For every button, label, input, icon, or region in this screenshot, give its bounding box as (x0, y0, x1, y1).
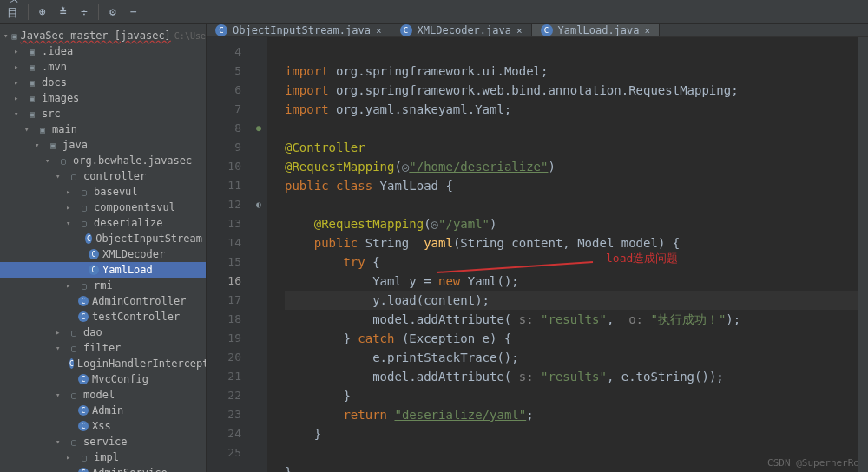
chevron-icon: ▾ (56, 390, 64, 399)
line-number: 8 (207, 119, 241, 138)
tree-item[interactable]: ▾▣main (0, 121, 206, 137)
tree-label: impl (94, 451, 119, 463)
tree-item[interactable]: CAdminController (0, 293, 206, 309)
tree-item[interactable]: CMvcConfig (0, 371, 206, 387)
tree-label: Xss (92, 420, 111, 432)
gutter-icons: ● ◐ (250, 37, 267, 472)
tree-label: dao (83, 326, 102, 338)
class-icon: C (78, 405, 89, 416)
separator (98, 4, 99, 20)
line-number: 16 (207, 272, 241, 291)
tree-item[interactable]: ▸▢impl (0, 449, 206, 465)
chevron-icon: ▸ (14, 78, 23, 87)
class-icon: C (78, 468, 89, 472)
tree-label: deserialize (94, 217, 162, 229)
tree-item[interactable]: ▾▣src (0, 106, 206, 121)
tree-label: basevul (94, 186, 138, 198)
package-icon: ▢ (57, 154, 69, 167)
project-dropdown[interactable]: 项目 ▾ (7, 5, 21, 19)
tree-item[interactable]: ▸▣docs (0, 75, 206, 90)
project-tree: ▾ ▣ JavaSec-master [javasec] C:\Users\Ad… (0, 24, 206, 472)
collapse-icon[interactable]: ≛ (56, 5, 70, 19)
package-icon: ▢ (68, 342, 80, 354)
tree-item[interactable]: ▾▢service (0, 434, 206, 449)
package-icon: ▢ (68, 326, 80, 338)
close-icon[interactable]: × (376, 25, 382, 36)
scrollbar[interactable] (858, 37, 868, 472)
controller-icon: ● (250, 119, 267, 138)
minimize-icon[interactable]: − (127, 5, 141, 19)
tree-root[interactable]: ▾ ▣ JavaSec-master [javasec] C:\Users\Ad… (0, 28, 206, 43)
line-number: 17 (207, 291, 241, 310)
editor-tab[interactable]: CObjectInputStream.java× (207, 24, 391, 36)
tree-label: testController (92, 311, 180, 323)
chevron-icon: ▾ (24, 125, 33, 134)
line-number: 5 (207, 62, 241, 81)
tree-item[interactable]: CXss (0, 418, 206, 434)
editor-tab[interactable]: CXMLDecoder.java× (391, 24, 532, 36)
tree-label: model (83, 389, 115, 401)
tree-label: service (83, 436, 128, 448)
tree-item[interactable]: CYamlLoad (0, 262, 206, 278)
tree-item[interactable]: ▸▣images (0, 90, 206, 106)
main-area: ▾ ▣ JavaSec-master [javasec] C:\Users\Ad… (0, 24, 868, 472)
line-number: 18 (207, 310, 241, 329)
folder-icon: ▣ (26, 108, 38, 120)
line-number: 23 (207, 405, 241, 424)
package-icon: ▢ (78, 451, 90, 463)
line-number: 19 (207, 329, 241, 348)
tree-label: docs (42, 76, 67, 88)
package-icon: ▢ (68, 389, 80, 401)
class-icon: C (541, 24, 553, 36)
class-icon: C (400, 24, 412, 36)
line-number: 13 (207, 214, 241, 233)
chevron-icon: ▸ (14, 94, 23, 102)
tree-item[interactable]: ▾▣java (0, 137, 206, 153)
tree-item[interactable]: ▸▣.mvn (0, 59, 206, 75)
tree-item[interactable]: ▸▢dao (0, 324, 206, 340)
tree-label: AdminService (92, 467, 168, 472)
tree-item[interactable]: ▸▢componentsvul (0, 200, 206, 215)
target-icon[interactable]: ⊕ (36, 5, 49, 19)
tree-item[interactable]: ▾▢controller (0, 168, 206, 184)
tree-item[interactable]: CXMLDecoder (0, 246, 206, 262)
line-number: 4 (207, 43, 241, 62)
tree-label: java (62, 139, 88, 151)
tree-item[interactable]: ▸▢rmi (0, 278, 206, 293)
close-icon[interactable]: × (516, 25, 523, 36)
chevron-icon: ▾ (45, 156, 54, 165)
tree-label: src (42, 108, 61, 120)
tree-item[interactable]: ▸▢basevul (0, 184, 206, 200)
project-sidebar: ▾ ▣ JavaSec-master [javasec] C:\Users\Ad… (0, 24, 207, 472)
tree-item[interactable]: ▾▢org.bewhale.javasec (0, 153, 206, 168)
tree-item[interactable]: CLoginHandlerInterceptor (0, 356, 206, 371)
line-number: 25 (207, 443, 241, 462)
line-number: 14 (207, 233, 241, 252)
line-number: 21 (207, 367, 241, 386)
class-icon: C (78, 421, 89, 431)
tree-item[interactable]: CtestController (0, 309, 206, 324)
tree-item[interactable]: ▾▢model (0, 387, 206, 403)
mapping-icon: ◐ (250, 195, 267, 214)
top-toolbar: 项目 ▾ ⊕ ≛ ÷ ⚙ − (0, 0, 868, 24)
tree-item[interactable]: ▸▣.idea (0, 43, 206, 59)
chevron-icon: ▸ (56, 328, 64, 337)
expand-icon[interactable]: ÷ (77, 5, 91, 19)
chevron-icon: ▸ (66, 281, 75, 290)
tree-item[interactable]: ▾▢deserialize (0, 215, 206, 231)
class-icon: C (78, 311, 89, 322)
chevron-icon: ▾ (56, 172, 64, 180)
line-number: 15 (207, 252, 241, 272)
annotation-label: load造成问题 (606, 249, 678, 268)
editor-tab[interactable]: CYamlLoad.java× (532, 24, 661, 36)
tree-item[interactable]: CAdmin (0, 403, 206, 418)
close-icon[interactable]: × (645, 25, 651, 36)
tree-item[interactable]: CObjectInputStream (0, 231, 206, 246)
code-content[interactable]: import import org.springframework.ui.Mod… (267, 37, 858, 472)
tree-label: XMLDecoder (102, 248, 165, 260)
code-editor[interactable]: 45678910111213141516171819202122232425 ●… (207, 37, 868, 472)
tree-item[interactable]: ▾▢filter (0, 340, 206, 356)
line-gutter: 45678910111213141516171819202122232425 (207, 37, 250, 472)
tree-item[interactable]: CAdminService (0, 465, 206, 472)
settings-icon[interactable]: ⚙ (106, 5, 120, 19)
